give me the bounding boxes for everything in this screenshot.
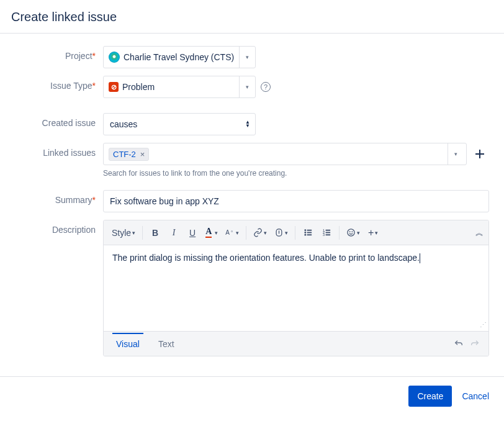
text-cursor: [420, 253, 420, 263]
created-issue-select[interactable]: causes ▲▼: [103, 113, 256, 135]
redo-icon[interactable]: [470, 339, 480, 349]
label-issue-type: Issue Type*: [15, 76, 103, 91]
svg-rect-4: [307, 232, 312, 233]
emoji-button[interactable]: ▾: [343, 224, 363, 242]
row-project: Project* Charlie Travel Sydney (CTS): [0, 46, 504, 68]
row-issue-type: Issue Type* ⊘ Problem ?: [0, 76, 504, 98]
issue-chip[interactable]: CTF-2 ×: [109, 148, 149, 161]
text-color-button[interactable]: A▾: [202, 224, 221, 242]
row-linked-issues: Linked issues CTF-2 × Search for issues …: [0, 143, 504, 178]
help-icon[interactable]: ?: [261, 82, 271, 92]
attachment-button[interactable]: ▾: [271, 224, 291, 242]
bullet-list-button[interactable]: [299, 224, 317, 242]
attachment-icon: [274, 228, 284, 237]
form-body: Project* Charlie Travel Sydney (CTS) Iss…: [0, 34, 504, 376]
svg-rect-8: [325, 230, 330, 231]
svg-point-14: [349, 232, 350, 232]
dialog-footer: Create Cancel: [0, 376, 504, 415]
remove-chip-icon[interactable]: ×: [139, 150, 146, 159]
style-dropdown[interactable]: Style▾: [109, 224, 138, 242]
plus-icon: [475, 149, 485, 159]
add-link-button[interactable]: [470, 143, 489, 165]
issue-type-select[interactable]: ⊘ Problem: [103, 76, 256, 98]
undo-icon[interactable]: [454, 339, 464, 349]
svg-rect-10: [325, 232, 330, 233]
create-button[interactable]: Create: [408, 386, 452, 407]
toolbar-separator: [142, 226, 143, 240]
svg-point-15: [352, 232, 353, 232]
collapse-toolbar-icon[interactable]: ︽: [475, 227, 484, 238]
emoji-icon: [346, 228, 356, 237]
underline-button[interactable]: U: [184, 224, 201, 242]
svg-point-3: [304, 232, 306, 233]
svg-point-13: [348, 229, 354, 236]
insert-more-button[interactable]: +▾: [364, 224, 382, 242]
issue-type-value: Problem: [122, 82, 155, 92]
cancel-button[interactable]: Cancel: [462, 391, 489, 401]
dialog-title: Create linked issue: [0, 0, 504, 34]
tab-text[interactable]: Text: [155, 334, 178, 354]
more-format-button[interactable]: A°▾: [222, 224, 242, 242]
project-value: Charlie Travel Sydney (CTS): [124, 52, 234, 62]
link-icon: [253, 228, 263, 237]
description-textarea[interactable]: The print dialog is missing the orientat…: [104, 245, 488, 331]
created-issue-value: causes: [110, 119, 137, 129]
toolbar-separator: [295, 226, 295, 240]
required-asterisk: *: [92, 195, 96, 205]
label-issue-type-text: Issue Type: [50, 81, 92, 91]
summary-input[interactable]: [103, 190, 489, 212]
required-asterisk: *: [92, 81, 96, 91]
bold-button[interactable]: B: [146, 224, 164, 242]
required-asterisk: *: [92, 51, 96, 61]
row-created-issue: Created issue causes ▲▼: [0, 113, 504, 135]
svg-point-5: [304, 234, 306, 236]
toolbar-separator: [246, 226, 246, 240]
italic-button[interactable]: I: [165, 224, 182, 242]
label-created-issue: Created issue: [15, 113, 103, 128]
linked-issues-input[interactable]: CTF-2 ×: [103, 143, 467, 165]
label-project: Project*: [15, 46, 103, 61]
editor-tabs: Visual Text: [104, 331, 488, 356]
tab-visual[interactable]: Visual: [112, 333, 143, 354]
numbered-list-icon: 123: [322, 228, 331, 237]
link-button[interactable]: ▾: [250, 224, 270, 242]
label-summary: Summary*: [15, 190, 103, 205]
chevron-down-icon[interactable]: [448, 143, 464, 165]
chevron-down-icon[interactable]: [239, 47, 255, 68]
project-select[interactable]: Charlie Travel Sydney (CTS): [103, 46, 256, 68]
project-avatar-icon: [109, 52, 120, 63]
row-description: Description Style▾ B I U A▾ A°▾ ▾ ▾: [0, 220, 504, 356]
numbered-list-button[interactable]: 123: [318, 224, 335, 242]
issue-key: CTF-2: [113, 150, 136, 159]
svg-rect-6: [307, 234, 312, 235]
resize-grip-icon[interactable]: ⋰: [480, 321, 487, 329]
label-project-text: Project: [65, 51, 92, 61]
label-summary-text: Summary: [55, 195, 92, 205]
svg-point-1: [304, 229, 306, 231]
svg-rect-12: [325, 234, 330, 235]
label-linked-issues: Linked issues: [15, 143, 103, 158]
description-text: The print dialog is missing the orientat…: [112, 253, 420, 263]
problem-icon: ⊘: [109, 82, 119, 92]
toolbar-separator: [339, 226, 340, 240]
editor-toolbar: Style▾ B I U A▾ A°▾ ▾ ▾: [104, 220, 488, 245]
style-label: Style: [112, 228, 131, 238]
description-editor: Style▾ B I U A▾ A°▾ ▾ ▾: [103, 220, 489, 356]
chevron-down-icon[interactable]: [239, 76, 255, 97]
svg-text:3: 3: [323, 233, 325, 237]
row-summary: Summary*: [0, 190, 504, 212]
label-description: Description: [15, 220, 103, 235]
bullet-list-icon: [304, 228, 313, 237]
sort-icon: ▲▼: [245, 120, 250, 128]
svg-rect-2: [307, 230, 312, 231]
linked-issues-hint: Search for issues to link to from the on…: [103, 169, 489, 178]
